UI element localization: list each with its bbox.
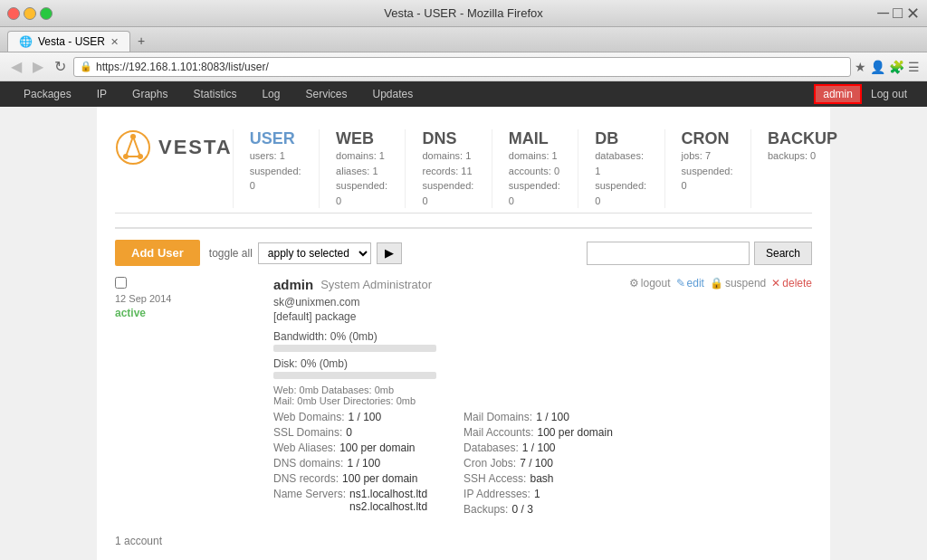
nav-packages[interactable]: Packages [11,83,84,105]
web-aliases-label: Web Aliases: [273,441,336,454]
databases-label: Databases: [464,441,519,454]
user-delete-btn[interactable]: ✕ delete [771,277,812,289]
menu-icon[interactable]: ☰ [908,60,920,74]
ip-addresses-label: IP Addresses: [464,488,530,500]
ssl-domains-val: 0 [346,426,352,439]
forward-btn[interactable]: ▶ [29,56,47,77]
stat-mail[interactable]: MAIL domains: 1 accounts: 0 suspended: 0 [492,129,578,208]
edit-icon: ✎ [676,277,685,289]
user-row: 12 Sep 2014 active admin System Administ… [115,277,812,518]
stat-mail-suspended: suspended: 0 [509,178,561,208]
nav-links: Packages IP Graphs Statistics Log Servic… [11,83,425,105]
close-icon[interactable]: ✕ [906,4,920,24]
profile-icon[interactable]: 👤 [870,60,885,74]
user-name[interactable]: admin [273,277,313,292]
stat-backup-backups: backups: 0 [768,148,829,164]
disk-progress [273,372,436,379]
search-button[interactable]: Search [754,242,812,265]
maximize-icon[interactable]: □ [893,4,903,24]
ns2-val: ns2.localhost.ltd [349,500,427,513]
minimize-icon[interactable]: ─ [877,4,889,24]
back-btn[interactable]: ◀ [7,56,25,77]
window-max-btn[interactable] [40,7,53,20]
stat-web[interactable]: WEB domains: 1 aliases: 1 suspended: 0 [319,129,405,208]
tab-close-btn[interactable]: ✕ [110,36,119,48]
nav-services[interactable]: Services [292,83,359,105]
mail-domains-label: Mail Domains: [464,411,532,423]
usage-line1: Web: 0mb Databases: 0mb [273,384,616,395]
dns-records-label: DNS records: [273,472,339,485]
nav-statistics[interactable]: Statistics [180,83,249,105]
svg-point-3 [138,154,143,159]
refresh-btn[interactable]: ↻ [51,56,70,77]
nav-updates[interactable]: Updates [359,83,425,105]
logout-btn[interactable]: Log out [862,83,916,105]
browser-tab[interactable]: 🌐 Vesta - USER ✕ [7,31,130,52]
dns-records-val: 100 per domain [342,472,417,485]
apply-select[interactable]: apply to selected [258,242,371,264]
stat-user-title: USER [250,129,302,148]
user-logout-btn[interactable]: ⚙ logout [629,277,671,289]
user-checkbox[interactable] [115,277,127,289]
stat-web-title: WEB [336,129,388,148]
window-min-btn[interactable] [24,7,36,20]
stat-db-suspended: suspended: 0 [595,178,647,208]
user-fullname: System Administrator [320,278,432,291]
add-user-button[interactable]: Add User [115,240,200,266]
svg-point-2 [130,134,136,139]
user-suspend-btn[interactable]: 🔒 suspend [710,277,766,289]
stat-dns-domains: domains: 1 [422,148,474,164]
stat-mail-accounts: accounts: 0 [509,164,561,179]
stat-user-suspended: suspended: 0 [250,164,302,194]
stat-dns-title: DNS [422,129,474,148]
bandwidth-label: Bandwidth: 0% (0mb) [273,330,616,343]
stat-dns[interactable]: DNS domains: 1 records: 11 suspended: 0 [405,129,491,208]
mail-accounts-val: 100 per domain [537,426,612,439]
user-email: sk@unixmen.com [273,296,616,308]
stat-cron[interactable]: CRON jobs: 7 suspended: 0 [664,129,750,208]
usage-line2: Mail: 0mb User Directories: 0mb [273,395,616,406]
stat-cron-jobs: jobs: 7 [682,148,734,164]
cron-jobs-val: 7 / 100 [520,457,553,470]
logout-icon: ⚙ [629,277,639,289]
mail-domains-val: 1 / 100 [536,411,569,423]
stat-db-databases: databases: 1 [595,148,647,178]
suspend-icon: 🔒 [710,277,723,289]
go-button[interactable]: ▶ [377,242,402,264]
window-close-btn[interactable] [7,7,20,20]
nav-ip[interactable]: IP [84,83,119,105]
stat-db[interactable]: DB databases: 1 suspended: 0 [578,129,664,208]
top-nav: Packages IP Graphs Statistics Log Servic… [0,81,927,107]
stat-user-users: users: 1 [250,148,302,164]
ns1-val: ns1.localhost.ltd [349,488,427,500]
footer-count: 1 account [115,535,812,547]
admin-badge[interactable]: admin [814,84,862,104]
divider [115,227,812,229]
databases-val: 1 / 100 [522,441,556,454]
extensions-icon[interactable]: 🧩 [889,60,904,74]
search-input[interactable] [587,242,750,265]
nav-log[interactable]: Log [249,83,292,105]
name-servers-label: Name Servers: [273,488,346,500]
detail-col-right: Mail Domains: 1 / 100 Mail Accounts: 100… [464,411,613,518]
user-edit-btn[interactable]: ✎ edit [676,277,704,289]
cron-jobs-label: Cron Jobs: [464,457,516,470]
stat-user[interactable]: USER users: 1 suspended: 0 [233,129,319,208]
stat-cron-title: CRON [682,129,734,148]
stat-web-suspended: suspended: 0 [336,178,388,208]
backups-val: 0 / 3 [511,503,532,516]
user-status: active [115,307,146,319]
nav-graphs[interactable]: Graphs [119,83,180,105]
dns-domains-label: DNS domains: [273,457,343,470]
header-row: VESTA USER users: 1 suspended: 0 WEB dom… [115,120,812,214]
bookmark-icon[interactable]: ★ [855,60,866,74]
new-tab-btn[interactable]: + [130,30,152,52]
stat-backup[interactable]: BACKUP backups: 0 [750,129,846,208]
stat-web-aliases: aliases: 1 [336,164,388,179]
stat-cron-suspended: suspended: 0 [682,164,734,194]
stat-mail-domains: domains: 1 [509,148,561,164]
window-title: Vesta - USER - Mozilla Firefox [384,6,543,20]
web-domains-val: 1 / 100 [348,411,381,423]
ssh-access-val: bash [530,472,553,485]
url-bar[interactable]: 🔒 https://192.168.1.101:8083/list/user/ [73,57,851,77]
